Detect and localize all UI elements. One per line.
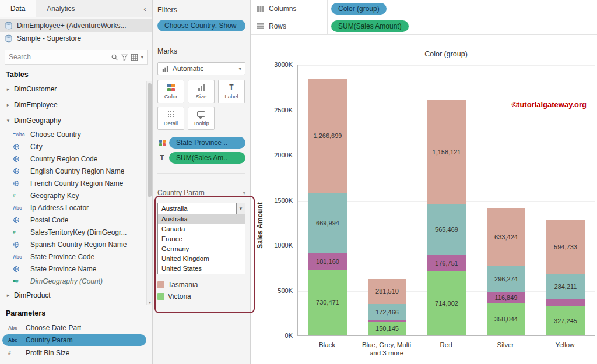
mark-button-label[interactable]: TLabel [218, 80, 245, 103]
field-item[interactable]: English Country Region Name [0, 165, 145, 177]
search-bar: ▾ [5, 50, 148, 65]
bar-segment[interactable] [546, 299, 585, 306]
tab-analytics[interactable]: Analytics [36, 0, 85, 17]
filter-fields-icon[interactable] [121, 54, 128, 61]
bar[interactable]: 150,145172,466281,510 [368, 65, 406, 335]
mark-button-detail[interactable]: Detail [157, 107, 184, 130]
bar-segment[interactable]: 296,274 [487, 266, 525, 292]
datasource-item[interactable]: DimEmployee+ (AdventureWorks... [0, 19, 152, 32]
field-item[interactable]: Postal Code [0, 214, 145, 226]
table-item[interactable]: ▸DimEmployee [0, 97, 145, 112]
tab-data[interactable]: Data [0, 0, 36, 17]
field-item[interactable]: Spanish Country Region Name [0, 238, 145, 250]
rows-shelf[interactable]: Rows SUM(Sales Amount) [251, 17, 597, 35]
bar[interactable]: 327,245284,211594,733 [546, 65, 585, 335]
legend-label: Victoria [168, 292, 191, 301]
legend-item[interactable]: Victoria [157, 292, 245, 301]
bar-segment[interactable]: 327,245 [546, 306, 585, 335]
bar-segment[interactable]: 1,158,121 [427, 100, 466, 204]
bar-segment[interactable]: 714,002 [427, 271, 466, 335]
field-item[interactable]: #Geography Key [0, 189, 145, 202]
table-item[interactable]: ▸DimProduct [0, 287, 145, 303]
bar-segment[interactable]: 358,044 [487, 303, 525, 335]
collapse-pane-icon[interactable]: ‹ [138, 0, 152, 17]
parameter-combobox[interactable]: Australia ▼ [157, 203, 245, 214]
mark-button-color[interactable]: Color [157, 80, 184, 103]
y-tick-label: 3000K [251, 61, 293, 68]
plot-area: 730,471181,160669,9941,266,699150,145172… [297, 65, 595, 336]
field-item[interactable]: =#DimGeography (Count) [0, 275, 145, 287]
bar[interactable]: 358,044116,849296,274633,424 [487, 65, 525, 335]
mark-button-label: Tooltip [193, 120, 209, 126]
mark-button-size[interactable]: Size [188, 80, 215, 103]
parameter-option[interactable]: France [158, 234, 245, 244]
rows-pill[interactable]: SUM(Sales Amount) [331, 20, 409, 32]
parameter-label: Country Param [26, 336, 73, 344]
legend-item[interactable]: Tasmania [157, 280, 245, 289]
bar-segment[interactable]: 116,849 [487, 292, 525, 303]
bar-segment[interactable]: 181,160 [308, 253, 347, 270]
chevron-right-icon[interactable]: ▸ [5, 86, 12, 92]
bar-segment[interactable]: 172,466 [368, 304, 406, 320]
field-item[interactable]: AbcState Province Code [0, 250, 145, 263]
field-item[interactable]: Country Region Code [0, 153, 145, 165]
field-type-icon: Abc [13, 254, 28, 260]
datasource-item[interactable]: Sample - Superstore [0, 32, 152, 45]
field-item[interactable]: State Province Name [0, 263, 145, 275]
caret-down-icon[interactable]: ▾ [243, 190, 245, 196]
bar-segment[interactable]: 730,471 [308, 270, 347, 335]
legend-swatch [157, 281, 164, 288]
mark-type-select[interactable]: Automatic ▾ [157, 62, 245, 75]
columns-pill[interactable]: Color (group) [331, 3, 387, 15]
bar-segment[interactable]: 281,510 [368, 279, 406, 305]
bar[interactable]: 714,002176,751565,4691,158,121 [427, 65, 466, 335]
field-item[interactable]: French Country Region Name [0, 177, 145, 189]
parameter-option[interactable]: United Kingdom [158, 254, 245, 264]
datasource-label: Sample - Superstore [17, 34, 81, 43]
bar-segment[interactable]: 176,751 [427, 255, 466, 271]
parameter-option[interactable]: Australia [158, 214, 245, 224]
tooltip-icon [197, 110, 205, 118]
chevron-right-icon[interactable]: ▸ [5, 292, 12, 298]
table-item[interactable]: ▸DimCustomer [0, 81, 145, 97]
scroll-down-icon[interactable]: ▼ [147, 301, 152, 305]
bar-segment[interactable]: 669,994 [308, 193, 347, 253]
table-item[interactable]: ▾DimGeography [0, 112, 145, 128]
chevron-down-icon[interactable]: ▾ [5, 118, 12, 123]
bar-segment[interactable]: 150,145 [368, 322, 406, 335]
parameter-option[interactable]: Canada [158, 224, 245, 234]
bar-segment[interactable]: 594,733 [546, 220, 585, 273]
caret-down-icon[interactable]: ▾ [141, 54, 143, 60]
marks-pill[interactable]: SUM(Sales Am.. [169, 152, 245, 164]
view-grid-icon[interactable] [131, 54, 138, 61]
search-icon[interactable] [111, 54, 118, 61]
parameter-item[interactable]: AbcChoose Date Part [2, 321, 146, 334]
bar-segment[interactable]: 565,469 [427, 204, 466, 255]
field-item[interactable]: AbcIp Address Locator [0, 202, 145, 214]
field-item[interactable]: #SalesTerritoryKey (DimGeogr... [0, 226, 145, 238]
mark-button-tooltip[interactable]: Tooltip [188, 107, 215, 130]
field-item[interactable]: City [0, 140, 145, 153]
parameter-item[interactable]: AbcCountry Param [2, 334, 146, 346]
bar-segment[interactable]: 1,266,699 [308, 79, 347, 193]
parameter-option[interactable]: Germany [158, 244, 245, 254]
bar-segment[interactable]: 633,424 [487, 208, 525, 266]
scrollbar-thumb[interactable] [148, 83, 152, 197]
bar-segment[interactable]: 284,211 [546, 274, 585, 299]
marks-pill[interactable]: State Province .. [169, 137, 245, 149]
bar[interactable]: 730,471181,160669,9941,266,699 [308, 65, 347, 335]
parameter-item[interactable]: #Profit Bin Size [2, 347, 146, 359]
chevron-right-icon[interactable]: ▸ [5, 102, 12, 108]
filter-pill[interactable]: Choose Country: Show [157, 20, 245, 31]
combobox-caret-icon[interactable]: ▼ [236, 203, 245, 214]
table-label: DimGeography [14, 116, 61, 125]
search-input[interactable] [9, 53, 108, 61]
columns-shelf[interactable]: Columns Color (group) [251, 0, 597, 17]
bar-segment[interactable] [368, 320, 406, 322]
segment-label: 150,145 [375, 325, 399, 332]
field-label: State Province Code [30, 253, 94, 261]
field-item[interactable]: =AbcChoose Country [0, 128, 145, 140]
parameter-option[interactable]: United States [158, 264, 245, 274]
chart-title: Color (group) [297, 50, 595, 58]
tree-scrollbar[interactable]: ▼ [146, 81, 152, 305]
